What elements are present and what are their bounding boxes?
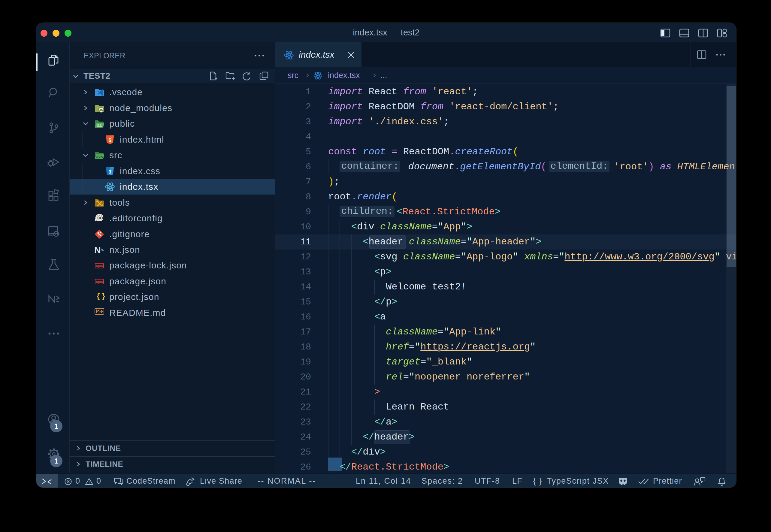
svg-text:3: 3 [108, 169, 111, 175]
svg-text:npm: npm [96, 264, 103, 268]
svg-text:JS: JS [99, 108, 103, 112]
svg-text:</>: </> [96, 155, 103, 160]
svg-text:npm: npm [96, 280, 103, 284]
svg-text:N: N [94, 245, 101, 255]
svg-text:5: 5 [108, 138, 111, 143]
